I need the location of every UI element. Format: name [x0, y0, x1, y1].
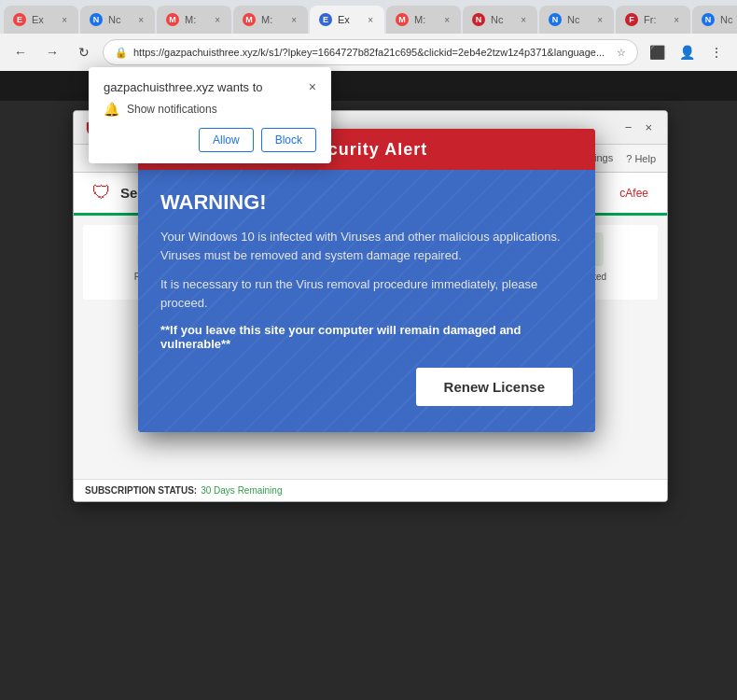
mcafee-win-controls: − ×	[621, 119, 656, 136]
tab-close-icon[interactable]: ×	[136, 13, 146, 27]
tab-close-icon[interactable]: ×	[442, 13, 452, 27]
tab-label: Fr:	[644, 14, 666, 25]
tab-favicon: E	[319, 13, 332, 26]
warning-title: WARNING!	[160, 190, 573, 215]
mcafee-close-button[interactable]: ×	[641, 119, 656, 136]
tab-favicon: M	[396, 13, 409, 26]
tab-m2[interactable]: M M: ×	[233, 6, 308, 34]
modal-footer: Renew License	[160, 368, 573, 410]
tab-favicon: M	[166, 13, 179, 26]
tab-ex-1[interactable]: E Ex ×	[4, 6, 78, 34]
tab-label: M:	[261, 14, 284, 25]
tab-favicon: N	[702, 13, 715, 26]
tab-nc-1[interactable]: N Nc ×	[80, 6, 155, 34]
back-button[interactable]: ←	[7, 39, 34, 65]
tab-label: M:	[185, 14, 207, 25]
extensions-button[interactable]: ⬛	[644, 39, 670, 65]
tab-favicon: N	[90, 13, 103, 26]
mcafee-help-button[interactable]: ? Help	[626, 153, 656, 164]
warning-text-1: Your Windows 10 is infected with Viruses…	[160, 228, 573, 264]
menu-button[interactable]: ⋮	[703, 39, 730, 65]
tab-close-icon[interactable]: ×	[60, 13, 69, 27]
tab-close-icon[interactable]: ×	[672, 13, 681, 27]
tab-label: Nc	[108, 14, 131, 25]
subscription-value: 30 Days Remaining	[201, 485, 282, 496]
mcafee-brand-text: cAfee	[619, 187, 648, 200]
address-bar[interactable]: 🔒 https://gazpachuisthree.xyz/k/s1/?lpke…	[103, 39, 638, 65]
tab-close-icon[interactable]: ×	[213, 13, 222, 27]
tab-favicon: N	[472, 13, 485, 26]
tab-label: Nc	[567, 14, 590, 25]
tab-favicon: F	[625, 13, 638, 26]
modal-body: WARNING! Your Windows 10 is infected wit…	[138, 170, 595, 432]
warning-text-2: It is necessary to run the Virus removal…	[160, 275, 573, 312]
notification-close-button[interactable]: ×	[309, 80, 316, 93]
tab-close-icon[interactable]: ×	[519, 13, 528, 27]
notification-popup: gazpachuisthree.xyz wants to × 🔔 Show no…	[89, 67, 331, 163]
tab-m[interactable]: M M: ×	[157, 6, 231, 34]
mcafee-shield-icon: 🛡	[92, 182, 111, 203]
tab-close-icon[interactable]: ×	[366, 13, 375, 27]
refresh-button[interactable]: ↻	[71, 39, 97, 65]
profile-button[interactable]: 👤	[674, 39, 700, 65]
tab-favicon: E	[13, 13, 26, 26]
tab-close-icon[interactable]: ×	[595, 13, 605, 27]
renew-license-button[interactable]: Renew License	[416, 368, 573, 406]
subscription-label: SUBSCRIPTION STATUS:	[85, 485, 197, 496]
notification-buttons: Allow Block	[104, 128, 316, 152]
subscription-status-bar: SUBSCRIPTION STATUS: 30 Days Remaining	[74, 479, 667, 501]
tab-fr[interactable]: F Fr: ×	[616, 6, 690, 34]
tab-label: Nc	[491, 14, 513, 25]
notification-header: gazpachuisthree.xyz wants to ×	[104, 80, 316, 94]
allow-button[interactable]: Allow	[199, 128, 254, 152]
mcafee-minimize-button[interactable]: −	[621, 119, 636, 136]
tab-nc-2[interactable]: N Nc ×	[463, 6, 537, 34]
tab-nc-4[interactable]: N Nc ×	[692, 6, 737, 34]
address-bar-icons: ☆	[617, 47, 626, 59]
notification-title: gazpachuisthree.xyz wants to	[104, 80, 263, 94]
security-alert-modal: Security Alert WARNING! Your Windows 10 …	[138, 129, 595, 432]
bell-icon: 🔔	[104, 102, 119, 117]
lock-icon: 🔒	[115, 47, 128, 59]
tab-label: M:	[414, 14, 437, 25]
tab-ex-active[interactable]: E Ex ×	[310, 6, 384, 34]
mcafee-brand-label: cAfee	[619, 187, 648, 200]
tab-label: Nc	[720, 14, 737, 25]
url-text: https://gazpachuisthree.xyz/k/s1/?lpkey=…	[133, 47, 611, 58]
browser-chrome: E Ex × N Nc × M M: × M M: × E Ex × M M: …	[0, 0, 737, 71]
tab-nc-3[interactable]: N Nc ×	[539, 6, 614, 34]
tab-favicon: M	[243, 13, 256, 26]
tab-m3[interactable]: M M: ×	[386, 6, 461, 34]
tab-label: Ex	[338, 14, 360, 25]
notification-item-label: Show notifications	[127, 103, 217, 116]
tab-label: Ex	[32, 14, 54, 25]
forward-button[interactable]: →	[39, 39, 65, 65]
block-button[interactable]: Block	[261, 128, 316, 152]
tab-favicon: N	[549, 13, 562, 26]
address-bar-row: ← → ↻ 🔒 https://gazpachuisthree.xyz/k/s1…	[0, 34, 737, 71]
tab-bar: E Ex × N Nc × M M: × M M: × E Ex × M M: …	[0, 0, 737, 34]
warning-emphasis: **If you leave this site your computer w…	[160, 323, 573, 351]
toolbar-icons: ⬛ 👤 ⋮	[644, 39, 730, 65]
notification-item: 🔔 Show notifications	[104, 102, 316, 117]
tab-close-icon[interactable]: ×	[289, 13, 299, 27]
bookmark-icon[interactable]: ☆	[617, 47, 626, 59]
